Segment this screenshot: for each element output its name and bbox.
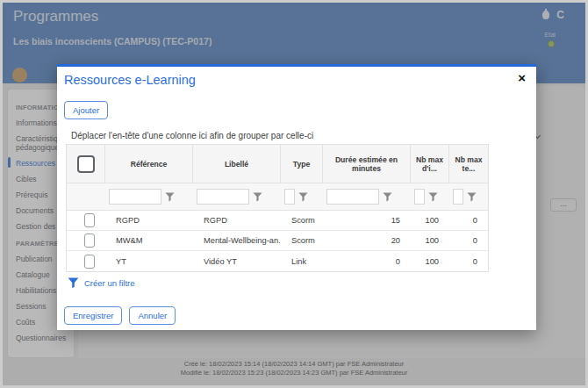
cell-duree: 15 [323, 211, 411, 230]
close-icon[interactable]: × [518, 71, 526, 84]
resources-elearning-dialog: Ressources e-Learning × Ajouter Déplacer… [57, 64, 536, 330]
filter-icon[interactable] [383, 192, 392, 202]
filter-input-nb-max-2[interactable] [453, 189, 463, 205]
filter-input-duree[interactable] [326, 189, 379, 205]
table-row[interactable]: RGPD RGPD Scorm 15 100 0 [67, 211, 488, 231]
column-header-reference[interactable]: Référence [105, 145, 193, 183]
cell-libelle: RGPD [193, 211, 281, 230]
filter-icon[interactable] [428, 192, 438, 202]
filter-icon[interactable] [467, 192, 477, 202]
dialog-title: Ressources e-Learning [64, 73, 196, 87]
cell-reference: MW&M [105, 231, 193, 250]
cell-nb-max-2: 0 [449, 211, 488, 230]
create-filter-link[interactable]: Créer un filtre [68, 277, 135, 289]
filter-cell-reference [105, 183, 193, 210]
save-button[interactable]: Enregistrer [64, 306, 122, 325]
filter-cell-duree [323, 183, 411, 210]
cell-type: Link [281, 251, 323, 271]
cell-type: Scorm [281, 231, 323, 250]
column-header-libelle[interactable]: Libellé [193, 145, 281, 183]
cell-type: Scorm [281, 211, 323, 230]
filter-cell-type [281, 183, 323, 210]
filter-cell-checkbox [67, 183, 105, 210]
filter-icon [68, 277, 79, 289]
filter-icon[interactable] [253, 192, 262, 202]
table-header-row: Référence Libellé Type Durée estimée en … [67, 145, 488, 183]
filter-icon[interactable] [298, 192, 308, 202]
cell-nb-max-1: 100 [411, 211, 449, 230]
filter-cell-nb-max-2 [449, 183, 488, 210]
cell-nb-max-1: 100 [411, 231, 449, 250]
app-window: Programmes C Les biais inconscients (CAM… [0, 0, 588, 388]
group-by-hint: Déplacer l'en-tête d'une colonne ici afi… [71, 131, 313, 140]
table-row[interactable]: YT Vidéo YT Link 0 100 0 [67, 251, 488, 271]
cell-reference: RGPD [105, 211, 193, 230]
select-all-checkbox[interactable] [77, 155, 95, 173]
column-header-nb-max-1[interactable]: Nb max d'i... [411, 145, 449, 183]
cell-reference: YT [105, 251, 193, 271]
row-checkbox[interactable] [84, 234, 95, 248]
cell-duree: 20 [323, 231, 411, 250]
resources-table: Référence Libellé Type Durée estimée en … [66, 144, 489, 272]
column-header-type[interactable]: Type [281, 145, 323, 183]
add-button[interactable]: Ajouter [64, 101, 108, 119]
cancel-button[interactable]: Annuler [129, 306, 176, 325]
cell-libelle: Vidéo YT [193, 251, 281, 271]
cell-duree: 0 [323, 251, 411, 271]
filter-input-reference[interactable] [109, 189, 161, 205]
filter-input-libelle[interactable] [197, 189, 249, 205]
filter-icon[interactable] [165, 192, 175, 202]
filter-cell-nb-max-1 [411, 183, 449, 210]
column-header-nb-max-2[interactable]: Nb max te... [449, 145, 488, 183]
cell-nb-max-1: 100 [411, 251, 449, 271]
filter-row [67, 183, 488, 211]
filter-input-nb-max-1[interactable] [414, 189, 425, 205]
row-checkbox[interactable] [84, 255, 95, 269]
select-all-cell [67, 145, 105, 183]
column-header-duree[interactable]: Durée estimée en minutes [323, 145, 411, 183]
filter-cell-libelle [193, 183, 281, 210]
cell-nb-max-2: 0 [449, 251, 488, 271]
row-checkbox[interactable] [84, 213, 95, 227]
cell-nb-max-2: 0 [449, 231, 488, 250]
table-row[interactable]: MW&M Mental-Wellbeing-an... Scorm 20 100… [67, 231, 488, 251]
filter-input-type[interactable] [284, 189, 295, 205]
cell-libelle: Mental-Wellbeing-an... [193, 231, 281, 250]
